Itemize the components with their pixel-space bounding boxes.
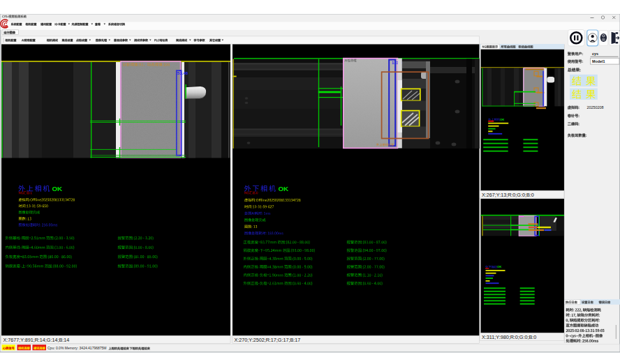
svg-text:OK: OK: [52, 185, 63, 192]
svg-text:OK: OK: [497, 265, 501, 268]
svg-text:20250208: 20250208: [587, 105, 604, 109]
svg-text:X:267;Y:13;R:0;G:0;B:0: X:267;Y:13;R:0;G:0;B:0: [482, 192, 534, 198]
svg-text:cys: cys: [592, 52, 598, 56]
svg-text:Cpu: 0.0% Memory: 3424.4179687: Cpu: 0.0% Memory: 3424.41796875M: [47, 346, 107, 350]
svg-text:OK: OK: [500, 118, 504, 121]
svg-text:Model1: Model1: [592, 59, 605, 63]
svg-text:53.48: 53.48: [177, 70, 189, 75]
svg-text:X:7677;Y:891;R:14;G:14;B:14: X:7677;Y:891;R:14;G:14;B:14: [3, 337, 70, 343]
svg-text:X:270;Y:2502;R:17;G:17;B:17: X:270;Y:2502;R:17;G:17;B:17: [235, 337, 301, 343]
svg-text:X:311;Y:980;R:0;G:0;B:0: X:311;Y:980;R:0;G:0;B:0: [482, 334, 536, 340]
svg-text:OK: OK: [279, 185, 289, 192]
